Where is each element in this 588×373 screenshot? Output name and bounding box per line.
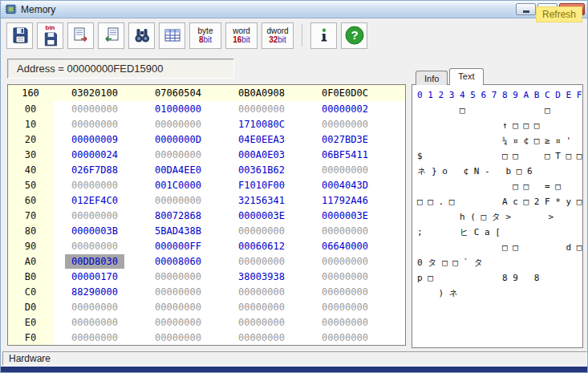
export-button[interactable] <box>67 22 94 49</box>
memory-cell[interactable]: 00000000 <box>136 314 220 330</box>
memory-row: 0000000000010000000000000000000002 <box>8 101 405 116</box>
memory-cell[interactable]: 00000000 <box>220 299 303 314</box>
memory-cell[interactable]: 00000000 <box>303 223 387 238</box>
memory-cell[interactable]: 11792A46 <box>303 193 387 208</box>
memory-cell[interactable]: 00000000 <box>53 330 136 345</box>
row-offset-label: 20 <box>8 132 53 147</box>
memory-cell[interactable]: 00000000 <box>303 314 387 330</box>
row-filler <box>387 223 405 238</box>
memory-cell[interactable]: 000000FF <box>136 238 220 253</box>
import-button[interactable] <box>98 22 124 49</box>
memory-cell[interactable]: 00361B62 <box>220 162 303 177</box>
tab-info[interactable]: Info <box>416 71 448 85</box>
memory-cell[interactable]: 00000000 <box>53 116 136 132</box>
memory-cell[interactable]: 00000000 <box>136 330 220 345</box>
memory-cell[interactable]: 0000003E <box>303 208 387 223</box>
row-filler <box>387 193 405 208</box>
memory-cell[interactable]: 06640000 <box>303 238 387 253</box>
memory-cell[interactable]: 00000000 <box>303 284 387 299</box>
text-line <box>417 301 582 316</box>
row-offset-label: 70 <box>8 208 53 223</box>
memory-cell[interactable]: 00000009 <box>53 132 136 147</box>
memory-cell[interactable]: 0004043D <box>303 177 387 193</box>
memory-cell[interactable]: 00000000 <box>53 314 136 330</box>
memory-cell[interactable]: 026F7D88 <box>53 162 136 177</box>
memory-cell[interactable]: 00000000 <box>136 299 220 314</box>
memory-cell[interactable]: 00000000 <box>303 299 387 314</box>
memory-cell[interactable]: 00000000 <box>136 284 220 299</box>
save-binary-button[interactable]: bin <box>37 22 63 49</box>
memory-cell[interactable]: 00DA4EE0 <box>136 162 220 177</box>
memory-row: 300000002400000000000A0E0306BF5411 <box>8 147 405 162</box>
table-view-button[interactable] <box>159 22 185 49</box>
memory-cell[interactable]: 00000000 <box>53 299 136 314</box>
memory-cell[interactable]: 00000000 <box>220 284 303 299</box>
memory-cell[interactable]: 00000000 <box>136 147 220 162</box>
memory-cell[interactable]: 00000000 <box>303 330 387 345</box>
memory-cell[interactable]: 00000000 <box>303 116 387 132</box>
memory-cell[interactable]: F1010F00 <box>220 177 303 193</box>
memory-cell[interactable]: 0000003E <box>220 208 303 223</box>
save-button[interactable] <box>6 22 33 49</box>
find-button[interactable] <box>128 22 155 49</box>
info-button[interactable] <box>310 22 337 49</box>
row-offset-label: E0 <box>8 314 53 330</box>
import-icon <box>102 26 121 45</box>
memory-row: 40026F7D8800DA4EE000361B6200000000 <box>8 162 405 177</box>
memory-cell[interactable]: 00000000 <box>136 269 220 284</box>
memory-cell[interactable]: 00000000 <box>220 101 303 116</box>
column-header: 0B0A0908 <box>220 85 303 101</box>
memory-cell[interactable]: 00000000 <box>136 193 220 208</box>
refresh-button[interactable]: Refresh <box>536 6 582 22</box>
memory-cell[interactable]: 001C0000 <box>136 177 220 193</box>
memory-cell[interactable]: 0000003B <box>53 223 136 238</box>
memory-cell[interactable]: 00000000 <box>303 162 387 177</box>
memory-cell[interactable]: 012EF4C0 <box>53 193 136 208</box>
tab-text[interactable]: Text <box>449 68 483 85</box>
memory-row: D000000000000000000000000000000000 <box>8 299 405 314</box>
memory-cell[interactable]: 00000000 <box>303 269 387 284</box>
memory-cell[interactable]: 0027BD3E <box>303 132 387 147</box>
memory-cell[interactable]: 00000000 <box>53 208 136 223</box>
address-bar[interactable]: Address = 00000000FED15900 <box>7 59 234 79</box>
word-view-button[interactable]: word 16bit <box>225 22 258 49</box>
memory-cell[interactable]: 00000000 <box>303 253 387 269</box>
memory-cell[interactable]: 00000024 <box>53 147 136 162</box>
save-bin-icon <box>43 31 59 47</box>
memory-cell[interactable]: 32156341 <box>220 193 303 208</box>
memory-cell[interactable]: 0000000D <box>136 132 220 147</box>
memory-cell[interactable]: 38003938 <box>220 269 303 284</box>
dword-view-button[interactable]: dword 32bit <box>262 22 294 49</box>
row-filler <box>387 253 405 269</box>
memory-cell[interactable]: 5BAD438B <box>136 223 220 238</box>
memory-cell[interactable]: 00000000 <box>53 238 136 253</box>
memory-cell[interactable]: 80072868 <box>136 208 220 223</box>
memory-cell[interactable]: 00000000 <box>220 223 303 238</box>
memory-row: A000DD8030000080600000000000000000 <box>8 253 405 269</box>
memory-cell[interactable]: 00000000 <box>53 101 136 116</box>
memory-cell[interactable]: 00000000 <box>220 253 303 269</box>
memory-cell[interactable]: 00008060 <box>136 253 220 269</box>
memory-cell[interactable]: 04E0EEA3 <box>220 132 303 147</box>
memory-cell[interactable]: 00000002 <box>303 101 387 116</box>
side-panel-tabs: Info Text <box>416 68 485 85</box>
memory-cell[interactable]: 00DD8030 <box>53 253 136 269</box>
byte-view-button[interactable]: byte 8bit <box>189 22 221 49</box>
memory-cell[interactable]: 00000000 <box>220 314 303 330</box>
memory-cell[interactable]: 000A0E03 <box>220 147 303 162</box>
row-filler <box>387 238 405 253</box>
memory-cell[interactable]: 88290000 <box>53 284 136 299</box>
memory-cell[interactable]: 00000000 <box>220 330 303 345</box>
minimize-button[interactable] <box>516 3 536 15</box>
memory-cell[interactable]: 06BF5411 <box>303 147 387 162</box>
row-filler <box>387 208 405 223</box>
window-title: Memory <box>21 4 55 15</box>
memory-cell[interactable]: 1710080C <box>220 116 303 132</box>
memory-cell[interactable]: 00000000 <box>136 116 220 132</box>
row-filler <box>387 162 405 177</box>
memory-cell[interactable]: 01000000 <box>136 101 220 116</box>
memory-cell[interactable]: 00000000 <box>53 177 136 193</box>
memory-cell[interactable]: 00000170 <box>53 269 136 284</box>
memory-cell[interactable]: 00060612 <box>220 238 303 253</box>
help-button[interactable]: ? <box>341 22 367 49</box>
